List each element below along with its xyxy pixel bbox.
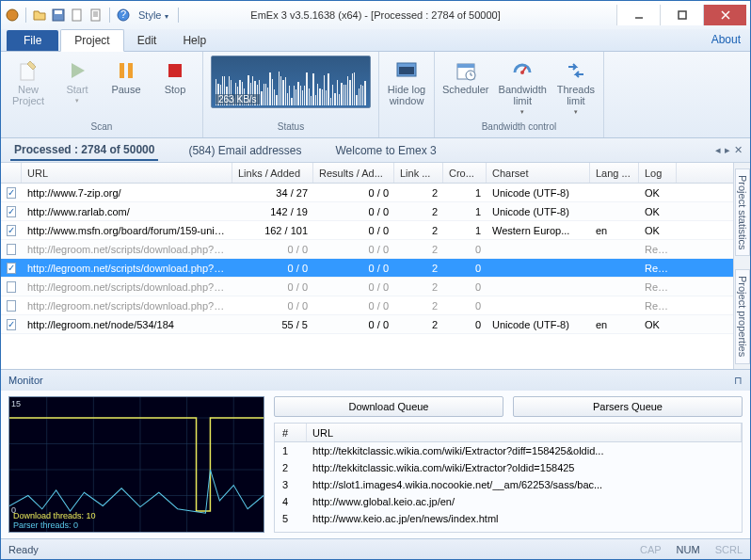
monitor-panel: Monitor ⊓ 15 0 Download threads: 10 Pars…	[1, 369, 750, 538]
col-link[interactable]: Link ...	[394, 163, 443, 183]
minimize-button[interactable]	[616, 5, 660, 25]
file-tab[interactable]: File	[7, 30, 58, 51]
queue-table: 1http://tekkitclassic.wikia.com/wiki/Ext…	[274, 441, 743, 533]
project-tab[interactable]: Project	[60, 29, 123, 52]
table-row[interactable]: http://legroom.net/node/534/18455 / 50 /…	[1, 315, 733, 334]
queue-row[interactable]: 1http://tekkitclassic.wikia.com/wiki/Ext…	[275, 442, 742, 459]
bandwidth-limit-button[interactable]: Bandwidth limit ▾	[499, 59, 547, 116]
scrl-indicator: SCRL	[715, 544, 743, 555]
queue-row[interactable]: 6http://slot1.images1.wikia.nocookie.net…	[275, 527, 742, 533]
status-ready: Ready	[8, 544, 39, 555]
col-url[interactable]: URL	[22, 163, 232, 183]
pause-button[interactable]: Pause	[106, 59, 146, 95]
stop-button[interactable]: Stop	[155, 59, 195, 95]
ribbon: New Project Start ▾ Pause Stop Scan 263 …	[1, 52, 750, 138]
pin-icon[interactable]: ⊓	[734, 375, 743, 387]
svg-text:?: ?	[120, 8, 126, 20]
svg-rect-13	[399, 67, 414, 74]
svg-rect-11	[168, 64, 182, 77]
doc1-icon[interactable]	[70, 8, 85, 23]
open-icon[interactable]	[32, 8, 47, 23]
play-icon	[66, 59, 88, 82]
status-bar: Ready CAP NUM SCRL	[1, 538, 750, 559]
style-dropdown[interactable]: Style ▾	[135, 9, 172, 21]
about-link[interactable]: About	[711, 33, 741, 46]
table-row[interactable]: http://www.msfn.org/board/forum/159-univ…	[1, 221, 733, 240]
table-row[interactable]: http://legroom.net/scripts/download.php?…	[1, 259, 733, 278]
tab-processed[interactable]: Processed : 2784 of 50000	[10, 140, 158, 161]
row-checkbox[interactable]	[7, 300, 16, 312]
help-icon[interactable]: ?	[116, 8, 131, 23]
start-button[interactable]: Start ▾	[57, 59, 97, 104]
status-rate: 263 KB/s	[216, 94, 260, 104]
log-window-icon	[395, 59, 418, 82]
save-icon[interactable]	[51, 8, 66, 23]
col-cro[interactable]: Cro...	[443, 163, 487, 183]
table-row[interactable]: http://www.7-zip.org/34 / 270 / 0 21Unic…	[1, 184, 733, 202]
url-table: URL Links / Added Results / Ad... Link .…	[1, 163, 733, 369]
row-checkbox[interactable]	[7, 319, 16, 330]
col-log[interactable]: Log	[639, 163, 677, 183]
monitor-title: Monitor	[8, 375, 43, 386]
tab-welcome[interactable]: Welcome to Emex 3	[332, 141, 440, 160]
status-graph: 263 KB/s	[211, 56, 371, 108]
svg-rect-4	[91, 9, 100, 21]
col-charset[interactable]: Charset	[487, 163, 590, 183]
svg-point-0	[7, 9, 18, 21]
close-button[interactable]	[703, 5, 746, 25]
cap-indicator: CAP	[640, 544, 662, 555]
parsers-queue-button[interactable]: Parsers Queue	[513, 396, 743, 417]
new-project-button[interactable]: New Project	[8, 59, 48, 106]
queue-row[interactable]: 3http://slot1.images4.wikia.nocookie.net…	[275, 476, 742, 493]
side-tabs: Project statistics Project properties	[733, 163, 750, 369]
table-row[interactable]: http://legroom.net/scripts/download.php?…	[1, 240, 733, 259]
monitor-graph: 15 0 Download threads: 10 Parser threads…	[8, 396, 264, 533]
download-queue-button[interactable]: Download Queue	[274, 396, 503, 417]
row-checkbox[interactable]	[7, 263, 16, 274]
hide-log-button[interactable]: Hide log window	[387, 59, 426, 106]
row-checkbox[interactable]	[7, 225, 16, 236]
maximize-button[interactable]	[660, 5, 703, 25]
col-lang[interactable]: Lang ...	[590, 163, 639, 183]
queue-row[interactable]: 4http://www.global.keio.ac.jp/en/	[275, 493, 742, 510]
svg-rect-3	[72, 9, 81, 21]
stop-icon	[164, 59, 186, 82]
doc-tabs: Processed : 2784 of 50000 (584) Email ad…	[1, 138, 750, 163]
row-checkbox[interactable]	[7, 206, 16, 217]
col-results[interactable]: Results / Ad...	[313, 163, 394, 183]
svg-rect-9	[120, 63, 124, 78]
doc2-icon[interactable]	[88, 8, 104, 23]
tab-emails[interactable]: (584) Email addresses	[184, 141, 305, 160]
download-threads-label: Download threads: 10	[13, 511, 96, 520]
help-tab[interactable]: Help	[169, 30, 219, 51]
row-checkbox[interactable]	[7, 244, 16, 255]
scheduler-icon	[455, 59, 477, 82]
tab-next-icon[interactable]: ▸	[725, 144, 730, 156]
tab-prev-icon[interactable]: ◂	[715, 144, 721, 156]
threads-limit-button[interactable]: Threads limit ▾	[556, 59, 596, 116]
svg-rect-10	[128, 63, 133, 78]
scheduler-button[interactable]: Scheduler	[442, 59, 489, 95]
col-links[interactable]: Links / Added	[232, 163, 313, 183]
table-row[interactable]: http://www.rarlab.com/142 / 190 / 0 21Un…	[1, 202, 733, 221]
row-checkbox[interactable]	[7, 187, 16, 199]
bandwidth-group-label: Bandwidth control	[482, 121, 557, 134]
scan-group-label: Scan	[91, 121, 113, 134]
svg-rect-2	[55, 10, 62, 14]
queue-col-url[interactable]: URL	[307, 424, 742, 441]
threads-icon	[565, 59, 587, 82]
pause-icon	[115, 59, 137, 82]
table-row[interactable]: http://legroom.net/scripts/download.php?…	[1, 296, 733, 315]
edit-tab[interactable]: Edit	[124, 30, 170, 51]
window-title: EmEx 3 v3.5.1638 (x64) - [Processed : 27…	[250, 9, 500, 21]
new-project-icon	[17, 59, 40, 82]
queue-col-num[interactable]: #	[275, 424, 307, 441]
queue-row[interactable]: 5http://www.keio.ac.jp/en/news/index.htm…	[275, 510, 742, 527]
table-row[interactable]: http://legroom.net/scripts/download.php?…	[1, 278, 733, 296]
row-checkbox[interactable]	[7, 281, 16, 293]
sidetab-statistics[interactable]: Project statistics	[735, 168, 750, 256]
tab-close-icon[interactable]: ✕	[734, 144, 743, 156]
sidetab-properties[interactable]: Project properties	[735, 269, 750, 363]
queue-row[interactable]: 2http://tekkitclassic.wikia.com/wiki/Ext…	[275, 459, 742, 476]
bandwidth-icon	[511, 59, 534, 82]
